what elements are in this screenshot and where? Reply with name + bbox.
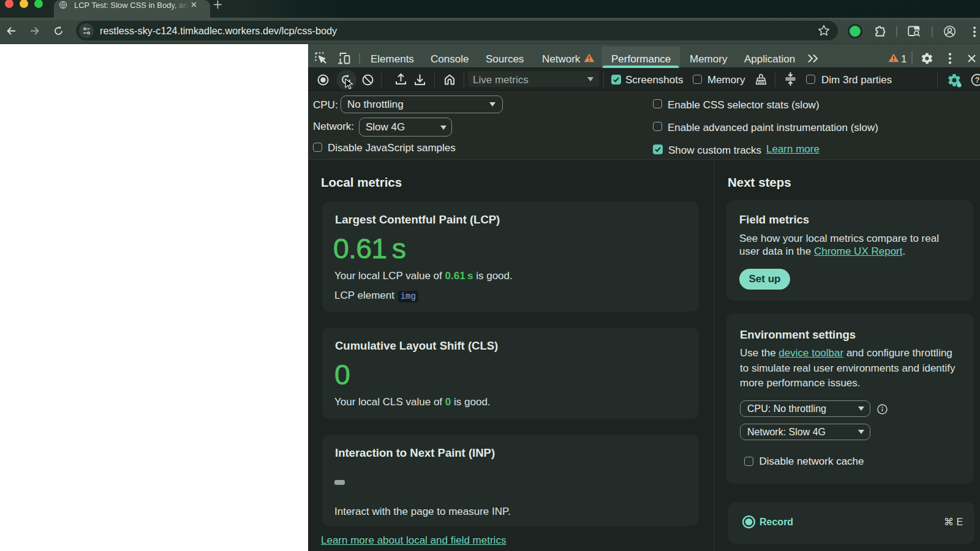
svg-text:?: ? — [975, 76, 980, 84]
